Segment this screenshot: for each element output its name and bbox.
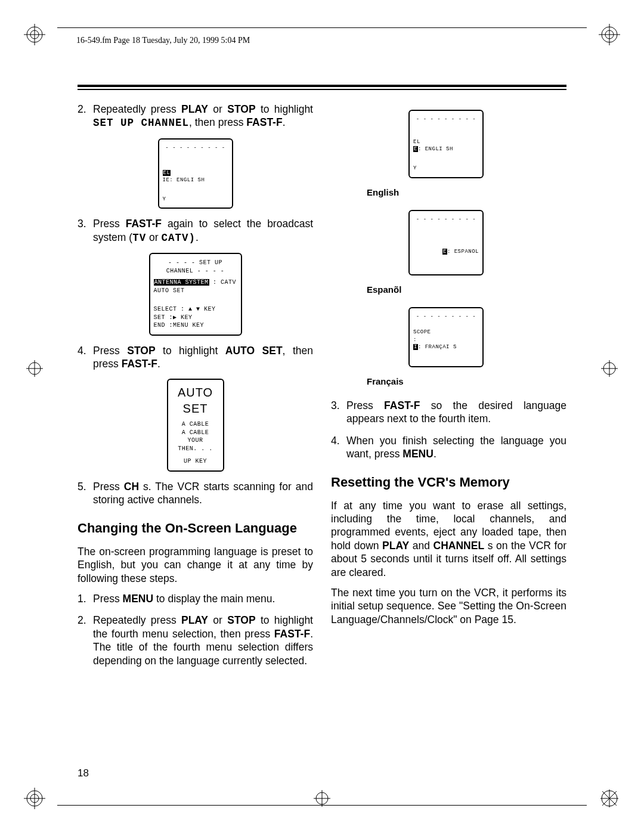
right-column: - - - - - - - - - EL EE: ENGLI SH: ENGLI… [331, 103, 566, 761]
change-language-intro: The on-screen programming language is pr… [78, 545, 313, 585]
crop-mark-tl [24, 24, 45, 45]
step-2: 2. Repeatedly press PLAY or STOP to high… [78, 103, 313, 130]
step-3: 3. Press FAST-F again to select the broa… [78, 217, 313, 244]
heading-rule [78, 85, 566, 87]
edge-tick-right [601, 360, 618, 377]
osd-screen-1: - - - - - - - - - EL IE: ENGLI SH Y [158, 138, 233, 209]
heading-rule-2 [78, 89, 566, 90]
step-4: 4. Press STOP to highlight AUTO SET, the… [78, 344, 313, 371]
step-5: 5. Press CH s. The VCR starts scanning f… [78, 480, 313, 507]
left-column: 2. Repeatedly press PLAY or STOP to high… [78, 103, 313, 761]
crop-mark-bl [24, 788, 45, 809]
caption-english: English [367, 187, 566, 198]
page-number: 18 [78, 767, 89, 779]
lang-step-4: 4. When you finish selecting the languag… [331, 434, 566, 461]
osd-screen-2: - - - - SET UP CHANNEL - - - - ANTENNA S… [149, 253, 242, 336]
caption-francais: Français [367, 376, 566, 387]
osd-screen-3: AUTO SET A CABLE A CABLE YOUR THEN. . . … [167, 379, 224, 472]
lang-step-1: 1. Press MENU to display the main menu. [78, 592, 313, 605]
osd-francais: - - - - - - - - - SCOPE : I: FRANÇAI S [408, 307, 484, 367]
reset-para-2: The next time you turn on the VCR, it pe… [331, 586, 566, 626]
heading-change-language: Changing the On-Screen Language [78, 520, 313, 537]
crop-mark-tr [599, 24, 620, 45]
reset-para-1: If at any time you want to erase all set… [331, 499, 566, 579]
caption-espanol: Espanõl [367, 284, 566, 295]
crop-mark-br [599, 788, 620, 809]
osd-espanol: - - - - - - - - - E: ESPANOL [408, 210, 484, 275]
osd-english: - - - - - - - - - EL EE: ENGLI SH: ENGLI… [408, 110, 484, 178]
heading-reset-memory: Resetting the VCR's Memory [331, 474, 566, 491]
lang-step-3: 3. Press FAST-F so the desired language … [331, 399, 566, 426]
lang-step-2: 2. Repeatedly press PLAY or STOP to high… [78, 614, 313, 667]
edge-tick-left [26, 360, 43, 377]
